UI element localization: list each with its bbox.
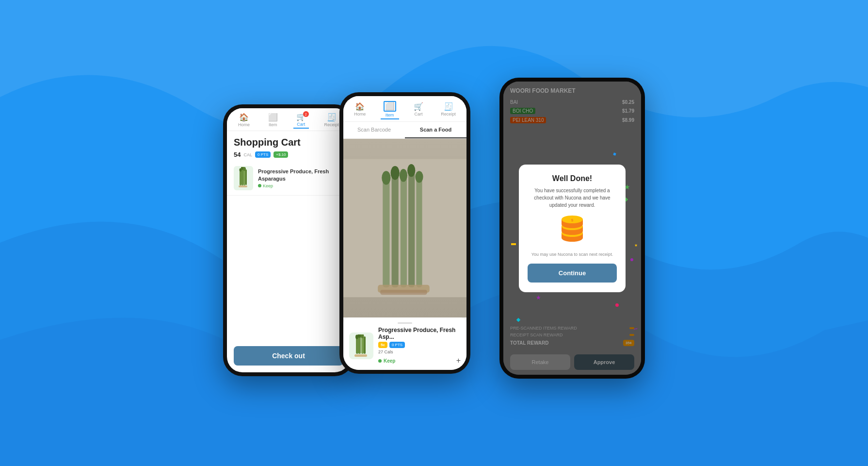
star-4: ★	[634, 243, 638, 248]
svg-rect-18	[416, 178, 422, 287]
item-status: Keep	[258, 183, 343, 188]
nav-home[interactable]: 🏠 Home	[235, 113, 253, 128]
item-name: Progressive Produce, Fresh Asparagus	[258, 168, 343, 182]
scan-image-area	[343, 139, 466, 317]
svg-rect-3	[240, 170, 241, 185]
item-icon-2: ⬜	[384, 101, 396, 112]
svg-rect-12	[392, 174, 399, 287]
confetti-7	[615, 303, 619, 307]
phone-1-screen: 🏠 Home ⬜ Item 🛒 2 Cart 🧾 Receipt	[227, 108, 350, 372]
keep-label: Keep	[378, 358, 395, 364]
result-name: Progressive Produce, Fresh Asp...	[378, 327, 461, 340]
svg-rect-10	[383, 179, 389, 287]
calorie-count: 54	[234, 151, 241, 158]
nav-cart-label: Cart	[297, 122, 305, 127]
svg-point-17	[407, 164, 415, 177]
cart-item-asparagus: Progressive Produce, Fresh Asparagus Kee…	[227, 161, 350, 196]
nav-receipt-label: Receipt	[324, 122, 339, 127]
phone-1-content: Shopping Cart 54 CAL 0 PTS +$.10	[227, 131, 350, 372]
status-label: Keep	[263, 183, 273, 188]
confetti-4	[630, 258, 633, 261]
nav-item[interactable]: ⬜ Item	[265, 113, 281, 128]
svg-point-28	[355, 334, 358, 339]
tab-scan-barcode[interactable]: Scan Barcode	[343, 122, 405, 138]
phone-receipt: WOORI FOOD MARKET BAI $0.25 BOI CHO $1.7…	[499, 78, 645, 379]
calorie-label: CAL	[243, 152, 252, 157]
result-badges: 5c 0 PTS	[378, 342, 461, 348]
nav-home-label: Home	[238, 122, 250, 127]
phone-3-screen: WOORI FOOD MARKET BAI $0.25 BOI CHO $1.7…	[503, 82, 641, 375]
home-icon-2: 🏠	[355, 103, 365, 111]
tab-barcode-label: Scan Barcode	[357, 127, 391, 133]
nav2-receipt-label: Receipt	[441, 112, 456, 116]
receipt-icon: 🧾	[327, 114, 337, 121]
keep-text: Keep	[384, 358, 395, 364]
checkout-button[interactable]: Check out	[234, 346, 343, 366]
add-button[interactable]: +	[456, 356, 461, 365]
tab-scan-food[interactable]: Scan a Food	[405, 122, 466, 138]
svg-point-7	[240, 168, 242, 172]
item-info: Progressive Produce, Fresh Asparagus Kee…	[258, 168, 343, 188]
svg-rect-22	[358, 335, 361, 354]
nav2-cart[interactable]: 🛒 Cart	[411, 102, 426, 117]
result-keep-row: Keep +	[378, 356, 461, 365]
pts-badge: 0 PTS	[255, 151, 271, 158]
receipt-icon-2: 🧾	[444, 103, 453, 111]
cart-stats: 54 CAL 0 PTS +$.10	[234, 151, 343, 158]
reward-badge: +$.10	[273, 151, 288, 158]
nav2-item-label: Item	[386, 113, 394, 117]
calories-badge: 5c	[378, 342, 387, 348]
cart-title: Shopping Cart	[234, 137, 343, 148]
scan-tabs: Scan Barcode Scan a Food	[343, 122, 466, 139]
nav2-home[interactable]: 🏠 Home	[351, 102, 369, 117]
scan-result-card: Progressive Produce, Fresh Asp... 5c 0 P…	[343, 317, 466, 370]
svg-point-15	[400, 169, 407, 182]
svg-point-13	[391, 166, 400, 180]
nav-receipt[interactable]: 🧾 Receipt	[321, 113, 342, 128]
nav2-item[interactable]: ⬜ Item	[381, 100, 399, 119]
svg-rect-4	[245, 169, 247, 185]
confetti-6	[613, 152, 616, 155]
nav2-cart-label: Cart	[414, 112, 422, 116]
svg-rect-2	[243, 169, 245, 185]
modal-coin-icon: $	[528, 215, 617, 248]
phone-1-navbar: 🏠 Home ⬜ Item 🛒 2 Cart 🧾 Receipt	[227, 108, 350, 131]
item-image	[234, 166, 253, 190]
result-row: Progressive Produce, Fresh Asp... 5c 0 P…	[349, 327, 461, 365]
modal-title: Well Done!	[528, 174, 617, 183]
cart-icon-2: 🛒	[414, 103, 423, 111]
phones-container: 🏠 Home ⬜ Item 🛒 2 Cart 🧾 Receipt	[0, 0, 868, 466]
svg-rect-23	[361, 336, 364, 354]
svg-rect-14	[401, 176, 407, 287]
svg-point-6	[243, 167, 246, 171]
item-icon: ⬜	[268, 114, 278, 121]
confetti-3	[511, 243, 516, 245]
phone-shopping-cart: 🏠 Home ⬜ Item 🛒 2 Cart 🧾 Receipt	[223, 104, 354, 376]
asparagus-photo	[343, 139, 466, 317]
nav-cart[interactable]: 🛒 2 Cart	[293, 112, 309, 129]
nav2-home-label: Home	[354, 112, 366, 116]
svg-point-19	[415, 171, 423, 183]
squiggle: ~	[632, 324, 639, 334]
modal-sub: You may use Nucona to scan next receipt.	[528, 252, 617, 257]
cart-badge: 2	[303, 111, 309, 117]
nav-item-label: Item	[269, 122, 277, 127]
pts-badge-result: 0 PTS	[389, 342, 405, 348]
drag-handle	[398, 322, 412, 324]
modal-overlay: ★ ★ ★ ★ ~ Well Done! You have successful…	[503, 82, 641, 375]
svg-rect-25	[364, 336, 366, 354]
phone-2-navbar: 🏠 Home ⬜ Item 🛒 Cart 🧾 Receipt	[343, 96, 466, 122]
nav2-receipt[interactable]: 🧾 Receipt	[438, 102, 459, 117]
phone-scan-food: 🏠 Home ⬜ Item 🛒 Cart 🧾 Receipt	[339, 92, 470, 374]
status-dot	[258, 184, 261, 187]
modal-box: Well Done! You have successfully complet…	[519, 165, 626, 292]
svg-rect-8	[239, 185, 247, 187]
svg-rect-21	[380, 290, 427, 295]
result-info: Progressive Produce, Fresh Asp... 5c 0 P…	[378, 327, 461, 365]
continue-button[interactable]: Continue	[528, 264, 617, 283]
svg-point-11	[382, 171, 390, 184]
tab-food-label: Scan a Food	[420, 127, 451, 133]
star-3: ★	[536, 294, 541, 301]
home-icon: 🏠	[239, 114, 249, 121]
cart-header: Shopping Cart 54 CAL 0 PTS +$.10	[227, 131, 350, 161]
